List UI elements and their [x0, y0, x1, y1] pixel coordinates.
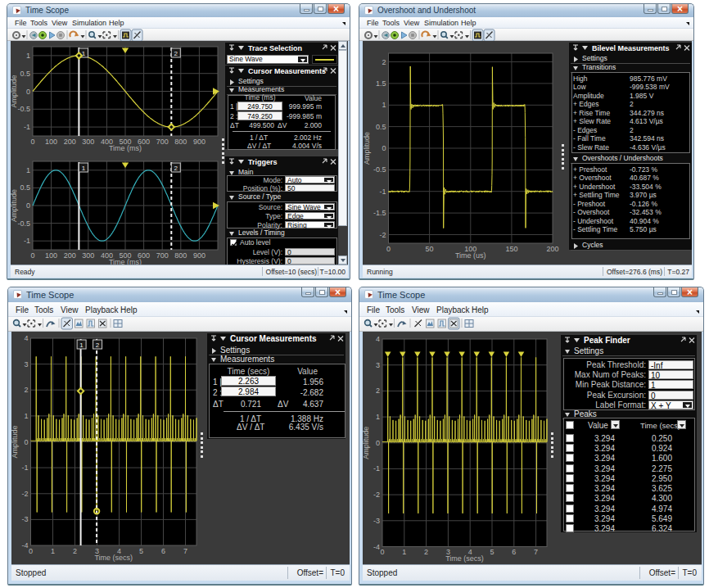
- svg-text:0: 0: [30, 251, 34, 260]
- svg-text:800: 800: [174, 251, 187, 260]
- svg-text:Time (us): Time (us): [455, 251, 486, 260]
- svg-text:100: 100: [45, 251, 57, 260]
- svg-text:2: 2: [73, 547, 77, 555]
- svg-text:0: 0: [26, 201, 30, 210]
- svg-text:0.5: 0.5: [20, 70, 30, 78]
- svg-text:0: 0: [30, 138, 34, 146]
- svg-text:Cursor Measurements: Cursor Measurements: [230, 334, 317, 343]
- svg-text:900: 900: [193, 251, 205, 260]
- svg-text:2: 2: [174, 165, 178, 172]
- svg-text:1: 1: [51, 547, 55, 555]
- svg-text:Time (ms): Time (ms): [109, 258, 142, 265]
- svg-text:0.5: 0.5: [20, 183, 30, 192]
- svg-text:-1: -1: [24, 123, 30, 131]
- svg-text:Peak Finder: Peak Finder: [584, 336, 630, 345]
- svg-text:-1: -1: [21, 464, 28, 472]
- svg-text:7: 7: [534, 548, 538, 556]
- svg-text:0: 0: [380, 548, 384, 556]
- svg-text:-4: -4: [21, 541, 28, 550]
- svg-text:2: 2: [424, 548, 428, 556]
- svg-text:1: 1: [82, 165, 86, 172]
- svg-text:0: 0: [382, 144, 386, 152]
- svg-text:Trace Selection: Trace Selection: [248, 44, 302, 52]
- svg-text:800: 800: [174, 138, 187, 146]
- svg-text:200: 200: [64, 251, 76, 260]
- svg-text:6: 6: [161, 547, 165, 555]
- svg-text:0: 0: [24, 438, 28, 446]
- svg-text:-0.5: -0.5: [373, 165, 386, 174]
- svg-text:3: 3: [24, 360, 28, 369]
- svg-text:6: 6: [512, 548, 516, 556]
- svg-text:1: 1: [79, 341, 84, 349]
- svg-text:-1: -1: [379, 188, 386, 196]
- svg-text:1: 1: [382, 101, 386, 109]
- svg-text:Amplitude: Amplitude: [363, 427, 370, 459]
- svg-text:2: 2: [96, 341, 100, 349]
- svg-text:Amplitude: Amplitude: [363, 132, 371, 165]
- svg-text:Time (secs): Time (secs): [445, 554, 484, 563]
- svg-text:3: 3: [376, 361, 380, 369]
- svg-text:-3: -3: [21, 515, 28, 523]
- svg-text:2: 2: [174, 50, 178, 57]
- svg-text:-3: -3: [373, 517, 380, 525]
- svg-text:-2: -2: [373, 491, 380, 499]
- svg-text:5: 5: [490, 548, 494, 556]
- svg-text:1: 1: [26, 166, 30, 174]
- svg-text:-1: -1: [373, 464, 380, 473]
- svg-text:100: 100: [45, 138, 57, 146]
- svg-text:4: 4: [376, 335, 380, 343]
- svg-text:Amplitude: Amplitude: [11, 425, 19, 458]
- svg-text:0: 0: [26, 88, 30, 96]
- svg-text:Cursor Measurements: Cursor Measurements: [248, 67, 326, 75]
- svg-text:1: 1: [26, 52, 30, 60]
- svg-text:0.5: 0.5: [376, 123, 386, 131]
- svg-text:-1.5: -1.5: [373, 209, 386, 217]
- svg-text:Time (ms): Time (ms): [109, 144, 142, 152]
- svg-text:1: 1: [402, 548, 406, 556]
- svg-text:5: 5: [139, 547, 143, 555]
- svg-text:-0.5: -0.5: [17, 105, 30, 113]
- svg-text:Amplitude: Amplitude: [11, 189, 18, 222]
- svg-text:900: 900: [193, 138, 205, 146]
- svg-text:-4: -4: [373, 543, 380, 551]
- svg-text:Time (secs): Time (secs): [94, 554, 133, 562]
- svg-text:1.5: 1.5: [376, 79, 386, 88]
- svg-text:4: 4: [24, 334, 28, 342]
- svg-text:7: 7: [183, 547, 187, 555]
- svg-text:-2: -2: [21, 490, 28, 498]
- svg-text:1: 1: [24, 412, 28, 420]
- svg-text:0: 0: [29, 547, 33, 555]
- svg-text:1: 1: [376, 413, 380, 421]
- svg-text:-2: -2: [379, 231, 386, 239]
- svg-text:0: 0: [376, 439, 380, 447]
- svg-text:150: 150: [505, 245, 517, 253]
- svg-text:Triggers: Triggers: [248, 158, 278, 166]
- svg-text:2: 2: [376, 387, 380, 395]
- svg-text:Bilevel Measurements: Bilevel Measurements: [592, 44, 670, 52]
- svg-text:50: 50: [426, 245, 434, 253]
- svg-text:-0.5: -0.5: [17, 219, 30, 228]
- svg-text:-1: -1: [24, 237, 30, 245]
- svg-text:0: 0: [386, 245, 391, 253]
- svg-text:2: 2: [24, 386, 28, 394]
- svg-text:300: 300: [82, 138, 94, 146]
- svg-text:300: 300: [82, 251, 94, 260]
- svg-text:2: 2: [382, 58, 386, 66]
- svg-text:Amplitude: Amplitude: [11, 75, 18, 107]
- svg-text:200: 200: [64, 138, 76, 146]
- svg-text:700: 700: [156, 251, 169, 260]
- svg-text:200: 200: [546, 245, 558, 253]
- svg-text:700: 700: [156, 138, 169, 146]
